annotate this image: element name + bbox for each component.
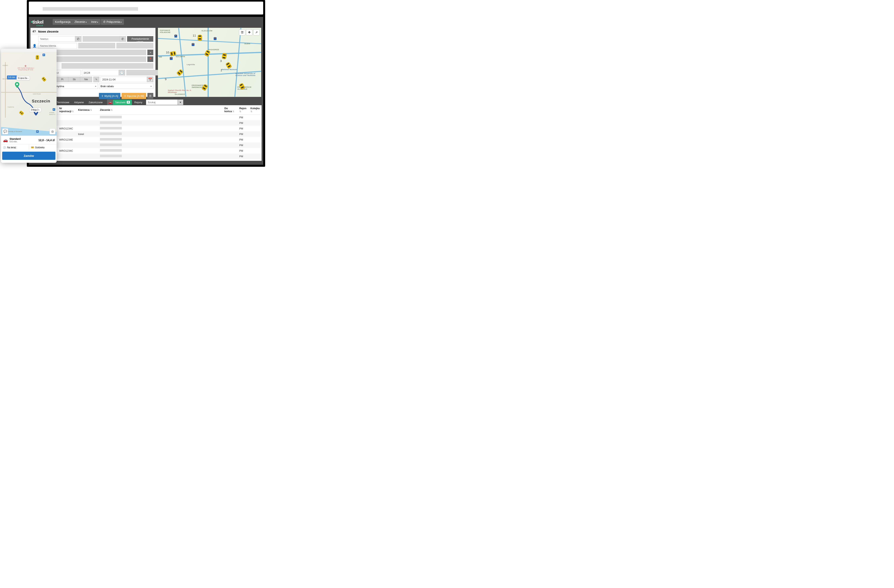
eta-badge: 5-6 min. xyxy=(7,75,17,79)
col-rejon[interactable]: Rejon xyxy=(239,107,246,110)
map-popout-button[interactable]: ↗ xyxy=(253,29,260,35)
cell-rejon: PM xyxy=(237,131,248,137)
weekday-nie-button[interactable]: Nie xyxy=(80,77,92,82)
client-name-input[interactable] xyxy=(38,43,77,48)
cell-driver xyxy=(76,120,98,126)
mobile-chat-button[interactable]: 💬 xyxy=(2,128,8,134)
table-row[interactable]: saWRO1234CPM xyxy=(30,148,261,154)
nav-zlecenie-button[interactable]: Zlecenie xyxy=(72,19,89,25)
taksowki-count-badge: 8 xyxy=(127,101,130,104)
table-row[interactable]: A4 Czarny 2024tiskelPM xyxy=(30,131,261,137)
poi-university: University of Szczecin xyxy=(6,131,22,133)
map-list-button[interactable]: ☰ xyxy=(239,29,245,35)
destination-address-chip[interactable]: 3 Maja 3 › xyxy=(29,108,41,112)
sort-icon[interactable] xyxy=(110,109,113,112)
chevron-right-icon: › xyxy=(39,109,39,111)
tab-rejony[interactable]: Rejony xyxy=(132,100,145,105)
sort-icon[interactable] xyxy=(251,110,252,113)
pickup-address-chip[interactable]: 5 Lipca 5a › xyxy=(17,76,30,80)
fleet-map[interactable]: POPOWICE PÓŁNOCNE KLECZKÓW OŁBIN NADODRZ… xyxy=(158,28,261,97)
district-label: OŁBIN xyxy=(244,43,250,45)
clock-icon[interactable]: 🕒 xyxy=(119,70,125,75)
client-field-2[interactable] xyxy=(78,43,115,48)
metro-icon xyxy=(192,43,195,46)
tab-zakonczone[interactable]: Zakończone xyxy=(86,100,105,105)
edit-schedule-button[interactable]: ✎ xyxy=(94,77,99,82)
cell-kolejka xyxy=(248,120,261,126)
nav-konfiguracja-button[interactable]: Konfiguracja xyxy=(53,19,73,25)
order-date-input[interactable] xyxy=(101,77,147,82)
metro-icon xyxy=(174,35,177,38)
weekday-sb-button[interactable]: Sb xyxy=(68,77,80,82)
fleet-search-input[interactable] xyxy=(146,100,178,105)
taxi-marker[interactable] xyxy=(204,50,211,57)
sort-icon[interactable] xyxy=(89,109,92,112)
time-option-button[interactable]: 🕒 Na teraz xyxy=(1,145,29,151)
district-label: SZCZEPIN xyxy=(176,56,185,57)
brand-name: tiskel xyxy=(32,19,43,25)
url-placeholder xyxy=(43,7,138,11)
cell-dokonca xyxy=(222,154,237,159)
cell-driver xyxy=(76,126,98,131)
sort-icon[interactable] xyxy=(232,110,234,113)
cell-zlecenie xyxy=(98,137,222,142)
mobile-locate-button[interactable]: ◎ xyxy=(50,128,56,134)
cell-dokonca xyxy=(222,131,237,137)
phone-icon[interactable]: ✆ xyxy=(119,36,126,42)
time-input[interactable] xyxy=(82,70,119,75)
col-kolejka[interactable]: Kolejka xyxy=(251,107,260,110)
col-dokonca[interactable]: Do końca xyxy=(225,107,232,113)
taxi-marker[interactable] xyxy=(225,62,232,69)
nav-inne-button[interactable]: Inne xyxy=(89,19,101,25)
calendar-icon[interactable]: 📅 xyxy=(147,77,153,82)
table-row[interactable]: aPM xyxy=(30,120,261,126)
cell-kolejka xyxy=(248,115,261,120)
col-kierowca[interactable]: Kierowca xyxy=(78,109,89,112)
map-pan-button[interactable]: ✥ xyxy=(246,29,252,35)
zone-number: 1 xyxy=(220,68,222,72)
notify-toggle-button[interactable]: Powiadomienie włącz. xyxy=(127,36,153,42)
client-field-3[interactable] xyxy=(116,43,153,48)
search-clear-button[interactable]: ✕ xyxy=(178,100,183,105)
phone-secondary-input[interactable] xyxy=(83,36,119,42)
weekday-pt-button[interactable]: Pt xyxy=(56,77,68,82)
add-waypoint-button[interactable]: ＋ xyxy=(147,50,153,55)
chat-icon: 💬 xyxy=(3,130,7,133)
tab-aktywne[interactable]: Aktywne xyxy=(72,100,86,105)
taxi-marker[interactable] xyxy=(198,35,202,41)
nav-polaczenia-button[interactable]: ✆ Połączenia xyxy=(101,19,124,25)
table-row[interactable]: Żółty 2023WRO1234EPM xyxy=(30,137,261,142)
table-row[interactable]: 7PM xyxy=(30,142,261,148)
share-icon: ⇪ xyxy=(101,95,104,98)
phone-icon[interactable]: ✆ xyxy=(75,36,82,42)
fare-summary-row[interactable]: 🚗 Standard 5-6 min. 12,0 - 14,4 zł xyxy=(1,136,57,144)
cell-rejon: PM xyxy=(237,137,248,142)
discount-select[interactable]: Brak rabatu xyxy=(99,83,153,89)
manual-order-button[interactable]: ⇪ Ręcznie [A+M] xyxy=(122,93,146,99)
table-row[interactable]: neo GtPM xyxy=(30,154,261,159)
tab-vehicle-icon[interactable]: 🚗 xyxy=(107,100,113,105)
svg-point-0 xyxy=(16,83,18,85)
cell-driver xyxy=(76,154,98,159)
brand-sub: cloud xyxy=(36,24,43,27)
sort-icon[interactable] xyxy=(71,110,74,113)
tab-taksowki[interactable]: Taksówki 8 xyxy=(113,100,132,105)
calendar-button[interactable]: 🗓 xyxy=(147,93,153,99)
table-row[interactable]: raWRO1234CPM xyxy=(30,126,261,131)
col-zlecenie[interactable]: Zlecenie xyxy=(100,109,110,112)
pin-location-button[interactable]: 📍 xyxy=(147,56,153,62)
send-order-button[interactable]: ⇪ Wyślij [A+A] xyxy=(99,93,120,99)
payment-option-button[interactable]: 💳 Gotówka xyxy=(29,145,57,151)
mobile-map[interactable]: P P P 5-6 min. 5 Lipca 5a › 3 Maja 3 › S… xyxy=(1,52,57,136)
order-cta-button[interactable]: Zamów xyxy=(2,152,56,160)
parking-icon: P xyxy=(36,130,39,133)
tab-terminowe[interactable]: Terminowe xyxy=(54,100,72,105)
taxi-marker[interactable] xyxy=(222,53,227,59)
plus-icon: ＋ xyxy=(149,51,152,54)
table-row[interactable]: neo 145PM xyxy=(30,115,261,120)
phone-input[interactable] xyxy=(38,36,75,42)
sort-icon[interactable] xyxy=(239,110,241,113)
col-nr[interactable]: Nr rejestracji xyxy=(59,107,71,113)
order-panel-header: 🏷 Nowe zlecenie xyxy=(30,28,155,35)
passengers-input[interactable] xyxy=(62,63,153,69)
